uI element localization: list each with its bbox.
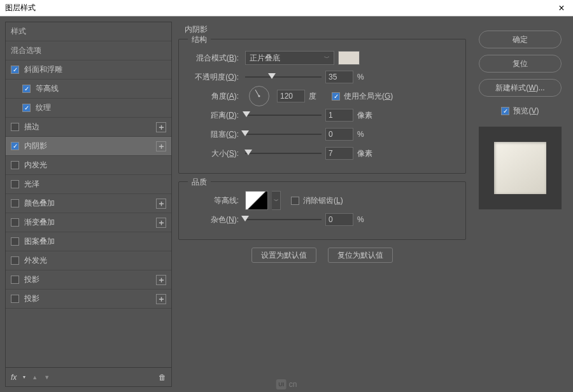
antialias-checkbox[interactable] — [291, 197, 299, 205]
sidebar-item-checkbox[interactable] — [22, 104, 31, 112]
sidebar-item-checkbox[interactable] — [11, 66, 19, 74]
preview-thumbnail — [479, 127, 562, 209]
sidebar-item-label: 图案叠加 — [24, 236, 166, 247]
shadow-color-swatch[interactable] — [338, 51, 360, 65]
move-down-icon[interactable]: ▼ — [44, 374, 50, 381]
size-unit: 像素 — [357, 148, 374, 159]
structure-legend: 结构 — [188, 34, 211, 45]
sidebar-item-5[interactable]: 内发光 — [6, 156, 171, 175]
sidebar-item-label: 外发光 — [24, 255, 166, 266]
sidebar-item-label: 内阴影 — [24, 141, 156, 151]
add-effect-icon[interactable]: ＋ — [156, 294, 166, 304]
noise-slider[interactable] — [245, 214, 322, 225]
sidebar-item-0[interactable]: 斜面和浮雕 — [6, 60, 171, 80]
sidebar-item-label: 描边 — [24, 122, 156, 132]
sidebar-item-9[interactable]: 图案叠加 — [6, 232, 171, 251]
angle-label: 角度(A): — [187, 91, 241, 102]
size-slider[interactable] — [245, 148, 322, 159]
sidebar-item-4[interactable]: 内阴影＋ — [6, 137, 171, 156]
blend-mode-value: 正片叠底 — [250, 53, 280, 64]
ok-button[interactable]: 确定 — [479, 31, 562, 48]
distance-input[interactable]: 1 — [325, 109, 353, 122]
sidebar-item-checkbox[interactable] — [22, 85, 31, 93]
distance-slider[interactable] — [245, 109, 322, 121]
blend-mode-label: 混合模式(B): — [187, 53, 241, 64]
watermark-logo-icon: UI — [276, 379, 286, 389]
sidebar-item-label: 内发光 — [24, 160, 166, 171]
choke-input[interactable]: 0 — [325, 128, 353, 141]
opacity-label: 不透明度(O): — [187, 72, 241, 83]
noise-unit: % — [357, 215, 374, 224]
title-bar: 图层样式 × — [0, 0, 573, 17]
angle-unit: 度 — [309, 91, 325, 102]
sidebar-item-checkbox[interactable] — [11, 180, 19, 188]
contour-dropdown-arrow[interactable]: ﹀ — [272, 191, 281, 210]
angle-dial[interactable] — [249, 86, 269, 106]
sidebar-item-label: 斜面和浮雕 — [24, 64, 166, 75]
reset-button[interactable]: 复位 — [479, 55, 562, 73]
sidebar-header-styles[interactable]: 样式 — [6, 22, 171, 41]
settings-panel: 内阴影 结构 混合模式(B): 正片叠底 ﹀ 不透明度(O): 35 % 角度(… — [178, 22, 466, 387]
angle-input[interactable]: 120 — [277, 90, 305, 102]
sidebar-item-11[interactable]: 投影＋ — [6, 270, 171, 290]
sidebar-item-6[interactable]: 光泽 — [6, 175, 171, 194]
make-default-button[interactable]: 设置为默认值 — [251, 248, 316, 263]
reset-default-button[interactable]: 复位为默认值 — [328, 248, 393, 263]
preview-label: 预览(V) — [513, 106, 539, 116]
sidebar-item-checkbox[interactable] — [11, 218, 19, 227]
sidebar-item-1[interactable]: 等高线 — [6, 80, 171, 99]
sidebar-item-checkbox[interactable] — [11, 276, 19, 284]
trash-icon[interactable]: 🗑 — [159, 373, 166, 382]
styles-sidebar: 样式混合选项斜面和浮雕等高线纹理描边＋内阴影＋内发光光泽颜色叠加＋渐变叠加＋图案… — [5, 22, 172, 387]
fx-menu-icon[interactable]: fx — [11, 373, 17, 382]
sidebar-item-checkbox[interactable] — [11, 256, 19, 265]
watermark: UI cn — [276, 379, 297, 389]
global-light-label: 使用全局光(G) — [344, 91, 393, 102]
sidebar-item-12[interactable]: 投影＋ — [6, 290, 171, 309]
sidebar-item-label: 颜色叠加 — [24, 198, 156, 209]
sidebar-item-checkbox[interactable] — [11, 237, 19, 246]
quality-group: 品质 等高线: ﹀ 消除锯齿(L) 杂色(N): 0 % — [178, 181, 466, 240]
sidebar-item-3[interactable]: 描边＋ — [6, 118, 171, 137]
close-icon[interactable]: × — [555, 3, 568, 14]
blend-mode-dropdown[interactable]: 正片叠底 ﹀ — [245, 51, 334, 65]
sidebar-item-label: 投影 — [24, 293, 156, 304]
opacity-unit: % — [357, 73, 374, 81]
sidebar-item-10[interactable]: 外发光 — [6, 251, 171, 270]
distance-label: 距离(D): — [187, 110, 241, 121]
choke-label: 阻塞(C): — [187, 129, 241, 140]
sidebar-item-8[interactable]: 渐变叠加＋ — [6, 213, 171, 232]
add-effect-icon[interactable]: ＋ — [156, 275, 166, 285]
add-effect-icon[interactable]: ＋ — [156, 199, 166, 209]
sidebar-item-2[interactable]: 纹理 — [6, 99, 171, 118]
sidebar-item-checkbox[interactable] — [11, 199, 19, 207]
add-effect-icon[interactable]: ＋ — [156, 122, 166, 132]
sidebar-header-blend[interactable]: 混合选项 — [6, 41, 171, 60]
contour-picker[interactable] — [245, 191, 268, 210]
move-up-icon[interactable]: ▲ — [32, 374, 38, 381]
sidebar-item-label: 投影 — [24, 274, 156, 285]
global-light-checkbox[interactable]: ✓ — [332, 92, 340, 101]
action-panel: 确定 复位 新建样式(W)... ✓ 预览(V) — [472, 22, 568, 387]
opacity-input[interactable]: 35 — [325, 71, 353, 83]
sidebar-item-7[interactable]: 颜色叠加＋ — [6, 194, 171, 213]
antialias-label: 消除锯齿(L) — [303, 195, 343, 206]
sidebar-item-checkbox[interactable] — [11, 295, 19, 303]
new-style-button[interactable]: 新建样式(W)... — [479, 79, 562, 97]
noise-input[interactable]: 0 — [325, 213, 353, 226]
opacity-slider[interactable] — [245, 71, 322, 83]
choke-unit: % — [357, 130, 374, 139]
sidebar-item-checkbox[interactable] — [11, 142, 19, 150]
add-effect-icon[interactable]: ＋ — [156, 141, 166, 151]
add-effect-icon[interactable]: ＋ — [156, 218, 166, 228]
sidebar-item-checkbox[interactable] — [11, 123, 19, 131]
sidebar-item-checkbox[interactable] — [11, 161, 19, 169]
preview-checkbox[interactable]: ✓ — [501, 107, 509, 115]
window-title: 图层样式 — [5, 3, 36, 13]
distance-unit: 像素 — [357, 110, 374, 121]
size-label: 大小(S): — [187, 148, 241, 159]
choke-slider[interactable] — [245, 129, 322, 140]
size-input[interactable]: 7 — [325, 147, 353, 160]
noise-label: 杂色(N): — [187, 214, 241, 225]
fx-dropdown-arrow[interactable]: ▾ — [23, 374, 25, 380]
